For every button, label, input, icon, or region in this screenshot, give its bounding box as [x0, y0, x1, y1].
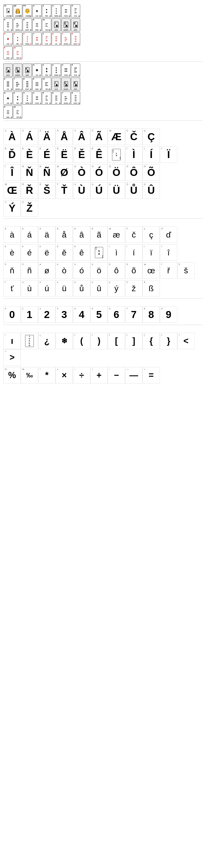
card-eight-spades2: 8 ♠♠♠♠♠♠♠♠ 8 EIGHT [71, 92, 80, 105]
card-four-spades: 4 ♠♠♠♠ 4 FOUR [61, 4, 71, 18]
card-king-clubs-a: 🃞 KING [23, 64, 32, 76]
glyph-U-umlaut: Ü Ü [108, 182, 125, 198]
card-king-spades: K♠ 🤴 K♠ KING [23, 4, 32, 18]
glyph-A-circ: Â Â [73, 129, 90, 145]
glyph-E-umlaut: Ë Ë [56, 147, 73, 163]
card-seven-clubs: 7 ♣♣♣♣♣♣♣ 7 SEVEN [13, 78, 22, 91]
card-ten-spades: 10 ♠♠♠♠♠♠♠♠ 10 TEN [42, 19, 51, 31]
glyph-E-circ: Ê Ê [90, 147, 108, 163]
card-ace-clubs: A ♣ A ACE [32, 64, 41, 76]
uppercase-row3: Î Î Ň Ň Ñ Ñ Ø Ø Ò Ò Ó Ó Ö Ö Ô Ô [3, 164, 203, 181]
glyph-card-king5-upper: K♣ 5♣ K♣ [108, 147, 125, 163]
glyph-s-caron: š š [177, 262, 195, 279]
card-nine-clubs: 9 ♣♣♣♣♣♣♣♣♣ 9 NINE [32, 78, 41, 91]
lowercase-row2: è è é é ë ë ě ě ê ê K♣ 5♣ K♣ ì [3, 244, 203, 261]
clubs-row2: 6 ♣♣♣♣♣♣ 6 SIX 7 ♣♣♣♣♣♣♣ 7 SEVEN 8 ♣♣♣♣♣… [3, 78, 203, 91]
glyph-r-caron: ř ř [160, 262, 177, 279]
glyph-a-ring: å å [56, 226, 73, 243]
card-two-diamonds: 2 ♦♦ 2 TWO [13, 32, 22, 45]
card-five-diamonds: 5 ♦♦♦♦♦ 5 FIVE [42, 32, 51, 45]
card-jack-spades-face: 🂫 JACK [52, 19, 61, 31]
glyph-c-caron: č č [125, 226, 142, 243]
card-eight-clubs: 8 ♣♣♣♣♣♣♣♣ 8 EIGHT [23, 78, 32, 91]
glyph-AE: Æ Æ [108, 129, 125, 145]
card-jack-clubs-b: 🃛 JACK [52, 78, 61, 91]
glyph-o-tilde: õ õ [125, 262, 142, 279]
section-special: ı ı JOKER ¿ ¿ ❄ ( ( ) ) [ [ ] [2, 331, 204, 387]
glyph-plus: + + [90, 367, 108, 383]
card-ace-spades2: A ♠ A ACE [3, 92, 12, 105]
glyph-a-umlaut: ä ä [38, 226, 56, 243]
glyph-oe: œ œ [142, 262, 160, 279]
glyph-Z-caron: Ž Ž [21, 200, 38, 217]
glyph-D-caron: Ď Ď [3, 147, 21, 163]
card-four-spades2: 4 ♠♠♠♠ 4 FOUR [32, 92, 41, 105]
glyph-less-than: < < [177, 333, 195, 349]
glyph-paren-open: ( ( [73, 333, 90, 349]
glyph-C-caron: Č Č [125, 129, 142, 145]
glyph-card-king5-lower: K♣ 5♣ K♣ [90, 244, 108, 261]
card-queen-clubs-b: 🃝 QUEEN [61, 78, 71, 91]
glyph-N-tilde: Ñ Ñ [38, 164, 56, 181]
glyph-n-tilde: ñ ñ [21, 262, 38, 279]
glyph-T-caron: Ť Ť [56, 182, 73, 198]
glyph-0: 0 0 [3, 306, 21, 323]
card-seven-spades: 7 ♠♠♠♠♠♠♠ 7 SEVEN [13, 19, 22, 31]
card-nine-spades2: 9 ♠♠♠♠♠♠♠♠♠ 9 NINE [3, 105, 12, 119]
glyph-o-acute: ó ó [73, 262, 90, 279]
glyph-I-circ: Î Î [3, 164, 21, 181]
glyph-a-acute: á á [21, 226, 38, 243]
card-queen-spades: Q♠ 👸 Q♠ QUEEN [13, 4, 22, 18]
glyph-brace-open: { { [142, 333, 160, 349]
glyph-a-grave: à à [3, 226, 21, 243]
glyph-2: 2 2 [38, 306, 56, 323]
glyph-8: 8 8 [142, 306, 160, 323]
card-ace-spades: A ♠ A ACE [32, 4, 41, 18]
glyph-n-caron: ň ň [3, 262, 21, 279]
glyph-ae: æ æ [108, 226, 125, 243]
special-row2: % % ‰ ‰ * * × × ÷ ÷ + + − − — — [3, 367, 203, 383]
card-six-spades2: 6 ♠♠♠♠♠♠ 6 SIX [52, 92, 61, 105]
glyph-greater-than: > > [3, 349, 21, 366]
glyph-1: 1 1 [21, 306, 38, 323]
card-queen-clubs-a: 🃝 QUEEN [13, 64, 22, 76]
card-three-diamonds: 3 ♦♦♦ 3 THREE [23, 32, 32, 45]
glyph-9: 9 9 [160, 306, 177, 323]
card-queen-spades-face: 🂭 QUEEN [61, 19, 71, 31]
glyph-7: 7 7 [125, 306, 142, 323]
glyph-o-grave: ò ò [56, 262, 73, 279]
glyph-joker-card: JOKER [21, 333, 38, 349]
glyph-O-circ: Ô Ô [125, 164, 142, 181]
glyph-A-umlaut: Ä Ä [38, 129, 56, 145]
glyph-e-acute: é é [21, 244, 38, 261]
spades-row2: 6 ♠♠♠♠♠♠ 6 SIX 7 ♠♠♠♠♠♠♠ 7 SEVEN 8 ♠♠♠♠♠… [3, 19, 203, 31]
uppercase-row1: À À Á Á Ä Ä Å Å Â Â Ã Ã Æ Æ Č Č [3, 129, 203, 145]
section-uppercase-accents: À À Á Á Ä Ä Å Å Â Â Ã Ã Æ Æ Č Č [2, 127, 204, 222]
section-lowercase-accents: à à á á ä ä å å â â ã ã æ æ č č [2, 224, 204, 303]
glyph-y-acute: ý ý [108, 280, 125, 297]
glyph-I-grave: Ì Ì [125, 147, 142, 163]
glyph-E-grave: È È [21, 147, 38, 163]
glyph-dotless-i: ı ı [3, 333, 21, 349]
card-three-spades2: 3 ♠♠♠ 3 THREE [23, 92, 32, 105]
card-four-diamonds: 4 ♦♦♦♦ 4 FOUR [32, 32, 41, 45]
card-nine-spades: 9 ♠♠♠♠♠♠♠♠♠ 9 NINE [32, 19, 41, 31]
glyph-permille: ‰ ‰ [21, 367, 38, 383]
glyph-bracket-open: [ [ [108, 333, 125, 349]
card-ten-spades2: 10 ♠♠♠♠♠♠♠♠ 10 TEN [13, 105, 22, 119]
glyph-Y-acute: Ý Ý [3, 200, 21, 217]
glyph-U-acute: Ú Ú [90, 182, 108, 198]
glyph-asterisk: * * [38, 367, 56, 383]
glyph-o-umlaut: ö ö [90, 262, 108, 279]
numbers-row: 0 0 1 1 2 2 3 3 4 4 5 5 6 6 7 7 [3, 306, 203, 323]
card-three-clubs: 3 ♣♣♣ 3 THREE [52, 64, 61, 76]
glyph-U-grave: Ù Ù [73, 182, 90, 198]
glyph-u-circ: û û [90, 280, 108, 297]
card-ten-diamonds: 10 ♦♦♦♦♦♦♦♦ 10 TEN [13, 46, 22, 59]
glyph-brace-close: } } [160, 333, 177, 349]
glyph-6: 6 6 [108, 306, 125, 323]
glyph-S-caron: Š Š [38, 182, 56, 198]
spades-row4: 9 ♠♠♠♠♠♠♠♠♠ 9 NINE 10 ♠♠♠♠♠♠♠♠ 10 TEN [3, 105, 203, 119]
glyph-5: 5 5 [90, 306, 108, 323]
glyph-t-caron: ť ť [3, 280, 21, 297]
